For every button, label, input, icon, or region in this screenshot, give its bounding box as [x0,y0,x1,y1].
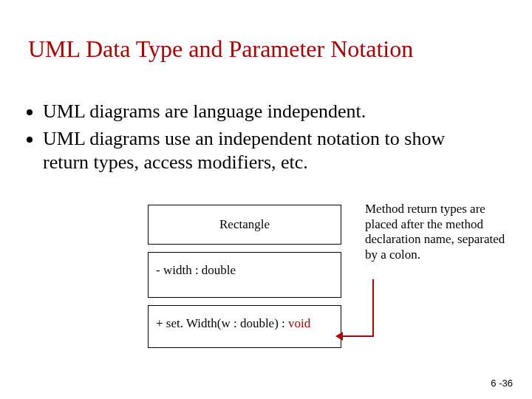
slide: UML Data Type and Parameter Notation UML… [0,0,532,399]
callout-line-vertical [372,279,374,337]
uml-return-type: void [288,316,310,330]
bullet-item: UML diagrams use an independent notation… [43,127,480,175]
uml-class-name: Rectangle [148,205,341,245]
bullet-item: UML diagrams are language independent. [43,100,480,124]
page-number: 6 -36 [491,378,513,389]
slide-title: UML Data Type and Parameter Notation [28,35,413,63]
uml-operation-signature: + set. Width(w : double) : [156,316,288,330]
uml-class-box: Rectangle - width : double + set. Width(… [148,205,341,348]
arrow-left-icon [335,332,343,341]
bullet-list: UML diagrams are language independent. U… [22,100,480,178]
uml-attribute: - width : double [148,252,341,298]
annotation-text: Method return types are placed after the… [365,202,513,263]
uml-operation: + set. Width(w : double) : void [148,305,341,348]
callout-line-horizontal [340,335,374,337]
